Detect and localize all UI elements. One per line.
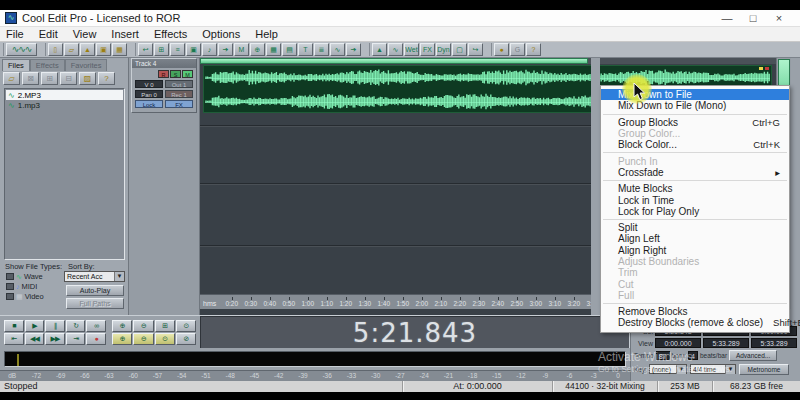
context-menu-item[interactable]: [603, 303, 787, 304]
effects-toolbar-icon[interactable]: ▢: [452, 43, 467, 56]
context-menu-item[interactable]: Lock in Time: [601, 194, 789, 205]
context-menu-item[interactable]: Group Color...: [601, 128, 789, 139]
edit-toolbar-icon[interactable]: M: [234, 43, 249, 56]
context-menu-item[interactable]: [603, 219, 787, 220]
chevron-down-icon[interactable]: ▼: [676, 365, 686, 374]
record-arm-button[interactable]: R: [158, 70, 169, 78]
organizer-toolbar-icon[interactable]: ⊟: [60, 72, 77, 85]
effects-toolbar-icon[interactable]: FX: [420, 43, 435, 56]
effects-toolbar-icon[interactable]: ▲: [372, 43, 387, 56]
file-type-row[interactable]: ▦ Video: [6, 292, 44, 301]
maximize-icon[interactable]: □: [740, 12, 766, 24]
zoom-button[interactable]: ⊙: [176, 320, 196, 332]
edit-toolbar-icon[interactable]: T: [298, 43, 313, 56]
mute-button[interactable]: M: [182, 70, 193, 78]
context-menu-item[interactable]: Remove Blocks: [601, 306, 789, 317]
organizer-toolbar-icon[interactable]: ▱: [3, 72, 20, 85]
zoom-button[interactable]: ⊕: [112, 320, 132, 332]
close-icon[interactable]: ×: [766, 12, 792, 24]
file-list[interactable]: ∿ 2.MP3 ∿ 1.mp3: [4, 88, 125, 260]
context-menu-item[interactable]: [603, 152, 787, 153]
view-time-field[interactable]: 5:33.289: [751, 338, 797, 348]
context-menu-item[interactable]: Crossfade ▸: [601, 167, 789, 178]
file-toolbar-icon[interactable]: ▦: [112, 43, 127, 56]
menubar-item[interactable]: Help: [255, 28, 278, 40]
context-menu-item[interactable]: Align Right: [601, 245, 789, 256]
file-type-checkbox[interactable]: [6, 293, 14, 300]
menubar-item[interactable]: File: [6, 28, 24, 40]
organizer-toolbar-icon[interactable]: ⊠: [22, 72, 39, 85]
menubar-item[interactable]: Insert: [111, 28, 139, 40]
menubar-item[interactable]: Options: [202, 28, 240, 40]
effects-toolbar-icon[interactable]: ∿: [388, 43, 403, 56]
file-toolbar-icon[interactable]: ▱: [64, 43, 79, 56]
output-button[interactable]: Out 1: [165, 80, 193, 88]
menubar-item[interactable]: Effects: [154, 28, 187, 40]
transport-button[interactable]: ∞: [86, 320, 106, 332]
menubar-item[interactable]: View: [73, 28, 97, 40]
view-time-field[interactable]: 5:33.289: [703, 338, 749, 348]
context-menu-item[interactable]: Cut: [601, 278, 789, 289]
file-type-row[interactable]: ♪ MIDI: [6, 282, 44, 291]
edit-toolbar-icon[interactable]: ⊞: [154, 43, 169, 56]
file-type-checkbox[interactable]: [6, 273, 14, 280]
zoom-button[interactable]: ⊘: [176, 333, 196, 345]
context-menu-item[interactable]: [603, 114, 787, 115]
volume-field[interactable]: V 0: [135, 80, 163, 88]
fx-button[interactable]: FX: [165, 100, 193, 108]
file-type-checkbox[interactable]: [6, 283, 14, 290]
edit-toolbar-icon[interactable]: ▣: [186, 43, 201, 56]
track-name[interactable]: Track 4: [132, 59, 196, 68]
chevron-down-icon[interactable]: ▼: [114, 272, 124, 281]
context-menu-item[interactable]: Destroy Blocks (remove & close) Shift+Ba…: [601, 317, 789, 328]
file-toolbar-icon[interactable]: ▯: [48, 43, 63, 56]
organizer-toolbar-icon[interactable]: ?: [98, 72, 115, 85]
effects-toolbar-icon[interactable]: Wet: [404, 43, 419, 56]
level-meter-display[interactable]: [4, 351, 626, 367]
context-menu-item[interactable]: Group Blocks Ctrl+G: [601, 117, 789, 128]
transport-button[interactable]: ▶▶: [45, 333, 65, 345]
time-signature-dropdown[interactable]: 4/4 time ▼: [690, 364, 736, 374]
view-time-field[interactable]: 0:00.000: [655, 338, 701, 348]
effects-toolbar-icon[interactable]: ↪: [468, 43, 483, 56]
transport-button[interactable]: ⇤: [4, 333, 24, 345]
transport-button[interactable]: ●: [86, 333, 106, 345]
misc-toolbar-icon[interactable]: ●: [494, 43, 509, 56]
metronome-button[interactable]: Metronome: [739, 364, 789, 375]
minimize-icon[interactable]: —: [714, 12, 740, 24]
effects-toolbar-icon[interactable]: Dyn: [436, 43, 451, 56]
misc-toolbar-icon[interactable]: G: [510, 43, 525, 56]
file-toolbar-icon[interactable]: ▣: [96, 43, 111, 56]
edit-toolbar-icon[interactable]: ▤: [282, 43, 297, 56]
sort-by-dropdown[interactable]: Recent Acc ▼: [64, 271, 125, 282]
edit-toolbar-icon[interactable]: ♪: [202, 43, 217, 56]
context-menu-item[interactable]: Align Left: [601, 233, 789, 244]
transport-button[interactable]: ∥: [45, 320, 65, 332]
context-menu-item[interactable]: [603, 180, 787, 181]
lock-button[interactable]: Lock: [135, 100, 163, 108]
multitrack-view-icon[interactable]: ∿∿∿: [6, 43, 37, 56]
edit-toolbar-icon[interactable]: ➔: [346, 43, 361, 56]
transport-button[interactable]: ◀◀: [25, 333, 45, 345]
record-device-button[interactable]: Rec 1: [165, 90, 193, 98]
solo-button[interactable]: S: [170, 70, 181, 78]
file-list-item[interactable]: ∿ 1.mp3: [6, 100, 123, 110]
transport-button[interactable]: ↻: [66, 320, 86, 332]
auto-play-button[interactable]: Auto-Play: [66, 285, 124, 296]
edit-toolbar-icon[interactable]: ⊕: [250, 43, 265, 56]
menubar-item[interactable]: Edit: [39, 28, 58, 40]
organizer-toolbar-icon[interactable]: ⊞: [41, 72, 58, 85]
edit-toolbar-icon[interactable]: ▦: [266, 43, 281, 56]
context-menu-item[interactable]: Split: [601, 222, 789, 233]
edit-toolbar-icon[interactable]: ≣: [314, 43, 329, 56]
zoom-button[interactable]: ⊕: [112, 333, 132, 345]
zoom-button[interactable]: ⊙: [155, 333, 175, 345]
file-type-row[interactable]: ∿ Wave: [6, 272, 44, 281]
key-dropdown[interactable]: (none) ▼: [649, 364, 687, 374]
zoom-button[interactable]: ⊞: [155, 320, 175, 332]
context-menu-item[interactable]: Trim: [601, 267, 789, 278]
transport-button[interactable]: ⇥: [66, 333, 86, 345]
context-menu-item[interactable]: Block Color... Ctrl+K: [601, 139, 789, 150]
advanced-button[interactable]: Advanced...: [729, 350, 777, 361]
transport-button[interactable]: ■: [4, 320, 24, 332]
